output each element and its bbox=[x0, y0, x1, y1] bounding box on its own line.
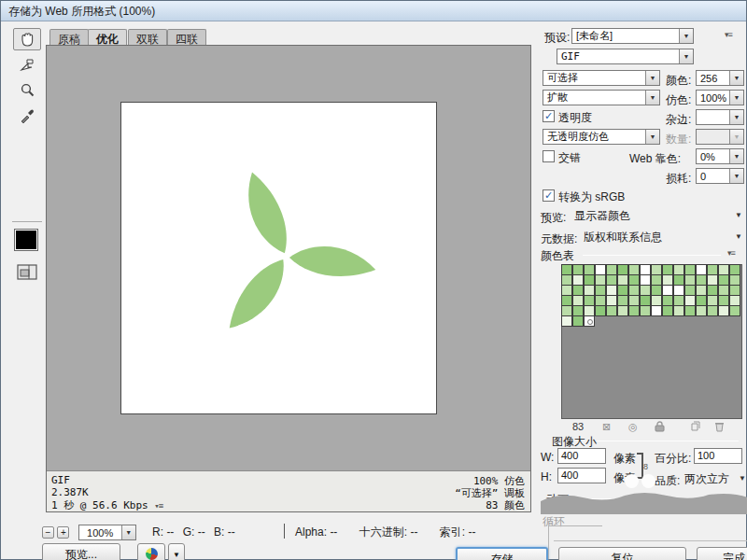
image-size-divider bbox=[597, 441, 739, 441]
toggle-slices-icon bbox=[17, 264, 37, 280]
leaf-artwork bbox=[121, 103, 436, 413]
width-label: W: bbox=[541, 451, 554, 464]
color-swatch[interactable] bbox=[595, 305, 606, 316]
chevron-down-icon: ▼ bbox=[729, 130, 743, 144]
websnap-label: Web 靠色: bbox=[629, 151, 681, 167]
tab-optimized[interactable]: 优化 bbox=[88, 29, 127, 46]
color-table[interactable] bbox=[561, 264, 742, 419]
color-swatch[interactable] bbox=[617, 305, 628, 316]
readout-row2: Alpha: -- 十六进制: -- 索引: -- bbox=[295, 525, 481, 540]
amount-select: ▼ bbox=[696, 129, 744, 145]
preset-select[interactable]: [未命名] ▼ bbox=[571, 28, 694, 44]
amount-label: 数量: bbox=[666, 132, 691, 147]
link-bracket bbox=[637, 453, 643, 479]
color-reduction-select[interactable]: 可选择 ▼ bbox=[543, 70, 660, 86]
color-swatch[interactable] bbox=[662, 305, 673, 316]
transparency-dither-select[interactable]: 无透明度仿色 ▼ bbox=[543, 129, 660, 145]
toggle-slices-button[interactable] bbox=[13, 260, 41, 283]
chevron-down-icon: ▼ bbox=[739, 474, 746, 483]
colors-label: 颜色: bbox=[666, 73, 691, 89]
zoom-tool[interactable] bbox=[13, 79, 41, 102]
width-unit: 像素 bbox=[613, 451, 636, 467]
browser-menu-button[interactable]: ▼ bbox=[168, 543, 185, 560]
preview-mode-value: 显示器颜色 bbox=[574, 208, 630, 224]
matte-label: 杂边: bbox=[666, 112, 691, 128]
eyedropper-tool[interactable] bbox=[13, 105, 41, 127]
tab-4up-label: 四联 bbox=[176, 33, 198, 46]
tab-4up[interactable]: 四联 bbox=[167, 29, 206, 46]
lossy-value: 0 bbox=[697, 171, 729, 182]
image-canvas[interactable] bbox=[120, 102, 437, 414]
color-swatch[interactable] bbox=[718, 305, 729, 316]
format-select[interactable]: GIF ▼ bbox=[557, 49, 694, 64]
zoom-in-button[interactable]: + bbox=[57, 526, 69, 539]
readout-index: 索引: -- bbox=[440, 525, 476, 539]
zoom-out-button[interactable]: − bbox=[42, 526, 54, 539]
done-button[interactable]: 完成 bbox=[697, 547, 747, 560]
color-reduction-value: 可选择 bbox=[543, 71, 645, 85]
color-swatch[interactable] bbox=[561, 315, 572, 327]
color-table-title: 颜色表 bbox=[541, 248, 574, 264]
tab-optimized-label: 优化 bbox=[96, 33, 119, 46]
preview-in-browser-button[interactable]: 预览... bbox=[42, 543, 120, 560]
smudge-circle bbox=[641, 474, 655, 488]
hand-tool[interactable] bbox=[13, 28, 41, 50]
percent-input[interactable]: 100 bbox=[694, 448, 742, 464]
color-swatch[interactable] bbox=[572, 315, 584, 327]
color-swatch[interactable] bbox=[628, 305, 640, 316]
title-bar[interactable]: 存储为 Web 所用格式 (100%) bbox=[1, 1, 746, 21]
preview-area[interactable]: GIF 2.387K 1 秒 @ 56.6 Kbps ▾≡ 100% 仿色 “可… bbox=[46, 45, 531, 512]
websnap-select[interactable]: 0% ▼ bbox=[696, 148, 744, 164]
tab-original[interactable]: 原稿 bbox=[49, 29, 89, 46]
dither-algorithm-select[interactable]: 扩散 ▼ bbox=[543, 90, 660, 105]
save-button-label: 存储 bbox=[491, 553, 514, 560]
preset-menu-icon[interactable]: ▾≡ bbox=[725, 30, 732, 39]
loop-control-partial bbox=[548, 525, 602, 559]
color-swatch[interactable] bbox=[684, 305, 696, 316]
link-chain-icon[interactable]: 8 bbox=[643, 462, 648, 471]
readout-b: B: -- bbox=[214, 525, 235, 539]
lock-color-icon[interactable] bbox=[655, 421, 665, 434]
browser-select-button[interactable] bbox=[137, 543, 165, 560]
color-swatch[interactable] bbox=[707, 305, 718, 316]
transparency-checkbox[interactable]: ✓ bbox=[543, 110, 555, 122]
new-color-icon[interactable] bbox=[690, 421, 701, 434]
save-button[interactable]: 存储 bbox=[456, 547, 548, 560]
eyedropper-color-swatch[interactable] bbox=[14, 229, 38, 251]
readout-divider bbox=[284, 524, 285, 539]
slice-select-tool[interactable] bbox=[13, 54, 41, 77]
reset-button-label: 复位 bbox=[612, 552, 634, 560]
status-filesize: 2.387K bbox=[51, 486, 89, 498]
map-transparent-icon[interactable]: ⊠ bbox=[602, 421, 611, 433]
download-speed-menu-icon[interactable]: ▾≡ bbox=[154, 501, 162, 511]
convert-srgb-checkbox[interactable]: ✓ bbox=[543, 189, 555, 202]
tab-2up[interactable]: 双联 bbox=[128, 29, 167, 46]
delete-color-icon[interactable] bbox=[714, 421, 725, 434]
colors-select[interactable]: 256 ▼ bbox=[696, 70, 744, 86]
optimize-status-bar: GIF 2.387K 1 秒 @ 56.6 Kbps ▾≡ 100% 仿色 “可… bbox=[47, 470, 530, 511]
width-input[interactable]: 400 bbox=[557, 448, 606, 464]
chevron-down-icon: ▼ bbox=[679, 49, 693, 63]
zoom-level-select[interactable]: 100% ▼ bbox=[78, 525, 136, 540]
color-swatch[interactable] bbox=[584, 315, 595, 327]
color-swatch[interactable] bbox=[696, 305, 707, 316]
interlaced-checkbox[interactable] bbox=[543, 150, 555, 162]
color-swatch[interactable] bbox=[606, 305, 617, 316]
status-time[interactable]: 1 秒 @ 56.6 Kbps ▾≡ bbox=[51, 498, 162, 512]
chevron-down-icon: ▼ bbox=[729, 71, 743, 85]
color-table-menu-icon[interactable]: ▾≡ bbox=[727, 248, 735, 258]
height-input[interactable]: 400 bbox=[557, 468, 606, 483]
browser-globe-icon bbox=[146, 548, 158, 560]
dither-algorithm-value: 扩散 bbox=[543, 91, 645, 105]
web-shift-icon[interactable]: ◎ bbox=[628, 421, 638, 433]
dither-select[interactable]: 100% ▼ bbox=[696, 90, 744, 105]
chevron-down-icon: ▼ bbox=[121, 525, 135, 539]
color-swatch[interactable] bbox=[729, 305, 740, 316]
chevron-down-icon: ▼ bbox=[645, 130, 659, 144]
matte-select[interactable]: ▼ bbox=[696, 109, 744, 125]
color-swatch[interactable] bbox=[651, 305, 662, 316]
color-swatch[interactable] bbox=[673, 305, 684, 316]
lossy-select[interactable]: 0 ▼ bbox=[696, 168, 744, 184]
preview-mode-label: 预览: bbox=[541, 210, 566, 226]
color-swatch[interactable] bbox=[640, 305, 651, 316]
